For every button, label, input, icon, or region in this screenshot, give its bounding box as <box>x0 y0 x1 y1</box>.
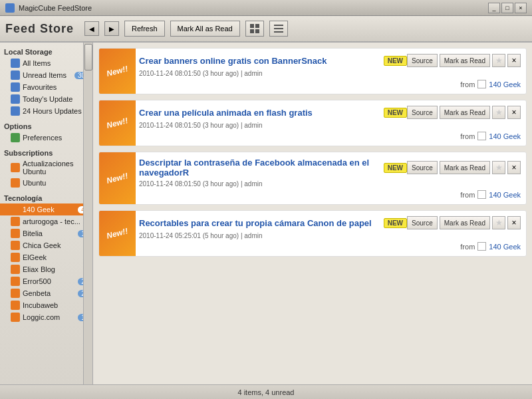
sidebar-item-eliax[interactable]: Eliax Blog <box>0 263 92 275</box>
feed-item-title[interactable]: Crear una película animada en flash grat… <box>139 108 380 118</box>
feed-item-title[interactable]: Crear banners online gratis con BannerSn… <box>139 56 380 66</box>
sidebar-item-140geek[interactable]: 140 Geek4 <box>0 203 92 215</box>
sidebar-item-label: Ubuntu <box>23 179 46 187</box>
sidebar-item-label: Incubaweb <box>23 301 58 309</box>
sidebar-item-favourites[interactable]: Favourites <box>0 81 92 93</box>
sidebar-item-elgeek[interactable]: ElGeek <box>0 251 92 263</box>
toolbar: Feed Store ◀ ▶ Refresh Mark All as Read <box>0 16 532 43</box>
sidebar: Local StorageAll ItemsUnread Items30Favo… <box>0 43 93 384</box>
view-icon-button1[interactable] <box>245 21 264 37</box>
feed-item-actions: SourceMark as Read★× <box>407 106 521 119</box>
new-ribbon: New!! <box>99 49 136 94</box>
svg-rect-0 <box>250 24 254 28</box>
sidebar-item-loggic[interactable]: Loggic.com1 <box>0 311 92 323</box>
source-button[interactable]: Source <box>407 106 438 119</box>
source-button[interactable]: Source <box>407 161 438 174</box>
feed-item-footer: from140 Geek <box>139 132 521 140</box>
ribbon-text: New!! <box>106 64 129 78</box>
nav-forward-button[interactable]: ▶ <box>104 21 119 36</box>
title-bar: MagicCube FeedStore _ □ × <box>0 0 532 16</box>
sidebar-item-ubuntu[interactable]: Ubuntu <box>0 177 92 189</box>
sidebar-item-label: Eliax Blog <box>23 265 55 273</box>
sidebar-item-bitelia[interactable]: Bitelia1 <box>0 227 92 239</box>
from-checkbox[interactable] <box>477 242 486 251</box>
sidebar-item-label: Chica Geek <box>23 241 61 249</box>
svg-rect-6 <box>274 31 283 33</box>
source-button[interactable]: Source <box>407 216 438 229</box>
feed-item-actions: SourceMark as Read★× <box>407 161 521 174</box>
sidebar-content: Local StorageAll ItemsUnread Items30Favo… <box>0 45 92 323</box>
mark-as-read-button[interactable]: Mark as Read <box>440 161 490 174</box>
scroll-thumb[interactable] <box>84 44 92 70</box>
from-link[interactable]: 140 Geek <box>489 191 521 199</box>
star-button[interactable]: ★ <box>492 106 505 119</box>
sidebar-item-unread-items[interactable]: Unread Items30 <box>0 69 92 81</box>
source-button[interactable]: Source <box>407 54 438 67</box>
star-button[interactable]: ★ <box>492 216 505 229</box>
feed-item-header: Recortables para crear tu propia cámara … <box>139 216 521 229</box>
sidebar-item-label: arturogoga - tec... <box>23 217 80 225</box>
from-link[interactable]: 140 Geek <box>489 80 521 88</box>
sidebar-item-label: Error500 <box>23 277 51 285</box>
close-button[interactable]: × <box>515 3 527 13</box>
new-badge: NEW <box>384 218 407 228</box>
sidebar-item-24hours[interactable]: 24 Hours Updates <box>0 105 92 117</box>
sidebar-section-label: Local Storage <box>0 45 92 57</box>
mark-all-read-button[interactable]: Mark All as Read <box>170 21 240 37</box>
actualizaciones-icon <box>11 163 20 172</box>
minimize-button[interactable]: _ <box>488 3 500 13</box>
sidebar-scrollbar[interactable] <box>83 43 92 384</box>
sidebar-section-label: Options <box>0 120 92 132</box>
new-ribbon: New!! <box>99 152 136 204</box>
grid-icon <box>249 23 260 34</box>
star-button[interactable]: ★ <box>492 54 505 67</box>
from-checkbox[interactable] <box>477 190 486 199</box>
feed-item-title[interactable]: Recortables para crear tu propia cámara … <box>139 218 380 228</box>
title-bar-left: MagicCube FeedStore <box>5 3 92 13</box>
sidebar-item-actualizaciones[interactable]: Actualizaciones Ubuntu <box>0 158 92 177</box>
mark-as-read-button[interactable]: Mark as Read <box>440 106 490 119</box>
todays-update-icon <box>11 94 20 104</box>
from-checkbox[interactable] <box>477 132 486 140</box>
app-icon <box>5 3 15 13</box>
close-item-button[interactable]: × <box>507 106 521 119</box>
feed-item-title[interactable]: Descriptar la contraseña de Facebook alm… <box>139 158 380 178</box>
svg-rect-4 <box>274 25 283 26</box>
sidebar-item-preferences[interactable]: Preferences <box>0 132 92 144</box>
ribbon-text: New!! <box>106 171 129 186</box>
24hours-icon <box>11 106 20 116</box>
unread-items-icon <box>11 70 20 80</box>
sidebar-item-label: ElGeek <box>23 253 47 261</box>
close-item-button[interactable]: × <box>507 216 521 229</box>
close-item-button[interactable]: × <box>507 54 521 67</box>
loggic-icon <box>11 313 20 322</box>
title-bar-buttons: _ □ × <box>488 3 527 13</box>
sidebar-item-chicageek[interactable]: Chica Geek <box>0 239 92 251</box>
mark-as-read-button[interactable]: Mark as Read <box>440 54 490 67</box>
sidebar-item-label: All Items <box>23 59 51 67</box>
close-item-button[interactable]: × <box>507 161 521 174</box>
main-layout: Local StorageAll ItemsUnread Items30Favo… <box>0 43 532 384</box>
sidebar-item-all-items[interactable]: All Items <box>0 57 92 69</box>
svg-rect-2 <box>250 29 254 33</box>
content-area: New!!Crear banners online gratis con Ban… <box>93 43 532 384</box>
from-link[interactable]: 140 Geek <box>489 132 521 140</box>
refresh-button[interactable]: Refresh <box>124 21 165 37</box>
sidebar-item-error500[interactable]: Error5002 <box>0 275 92 287</box>
feed-item-meta: 2010-11-24 08:01:50 (3 hour ago) | admin <box>139 122 521 129</box>
feed-item-footer: from140 Geek <box>139 242 521 251</box>
feed-item-footer: from140 Geek <box>139 80 521 88</box>
sidebar-item-label: Preferences <box>23 134 62 142</box>
sidebar-item-genbeta[interactable]: Genbeta2 <box>0 287 92 299</box>
mark-as-read-button[interactable]: Mark as Read <box>440 216 490 229</box>
svg-rect-1 <box>255 24 259 28</box>
sidebar-item-todays-update[interactable]: Today's Update <box>0 93 92 105</box>
star-button[interactable]: ★ <box>492 161 505 174</box>
from-link[interactable]: 140 Geek <box>489 243 521 251</box>
sidebar-item-incubaweb[interactable]: Incubaweb <box>0 299 92 311</box>
nav-back-button[interactable]: ◀ <box>84 21 99 36</box>
view-icon-button2[interactable] <box>269 21 288 37</box>
maximize-button[interactable]: □ <box>501 3 513 13</box>
sidebar-item-arturogoga[interactable]: arturogoga - tec... <box>0 215 92 227</box>
from-checkbox[interactable] <box>477 80 486 88</box>
